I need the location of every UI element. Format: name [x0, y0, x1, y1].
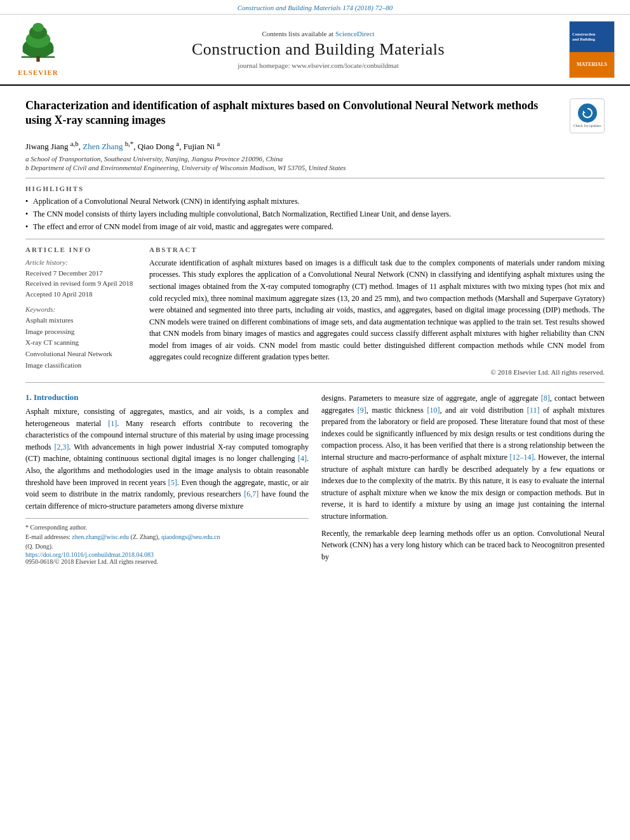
elsevier-tree-icon: [16, 23, 60, 67]
abstract-text: Accurate identification of asphalt mixtu…: [149, 257, 605, 363]
sciencedirect-link[interactable]: ScienceDirect: [335, 30, 375, 37]
cover-top: Constructionand Building: [570, 22, 614, 52]
issn-text: 0950-0618/© 2018 Elsevier Ltd. All right…: [25, 558, 309, 565]
cover-materials-text: MATERIALS: [577, 62, 607, 68]
email-2-name-note: (Q. Dong).: [25, 542, 309, 551]
ref-8[interactable]: [8]: [541, 394, 550, 403]
authors-text: Jiwang Jiang a,b, Zhen Zhang b,*, Qiao D…: [25, 142, 220, 151]
journal-title: Construction and Building Materials: [192, 40, 445, 59]
highlight-1: Application of a Convolutional Neural Ne…: [25, 196, 605, 207]
main-content: Characterization and identification of a…: [0, 86, 630, 580]
body-paragraph-1: Asphalt mixture, consisting of aggregate…: [25, 406, 309, 512]
journal-header: ELSEVIER Contents lists available at Sci…: [0, 15, 630, 86]
divider-3: [25, 382, 605, 383]
keywords-label: Keywords:: [25, 305, 137, 313]
check-for-updates-badge: Check for updates: [570, 98, 605, 133]
history-label: Article history:: [25, 258, 137, 266]
keyword-3: X-ray CT scanning: [25, 337, 137, 349]
journal-cover-area: Constructionand Building MATERIALS: [566, 21, 617, 78]
highlight-2: The CNN model consists of thirty layers …: [25, 209, 605, 220]
check-updates-label: Check for updates: [573, 124, 601, 128]
email-2-link[interactable]: qiaodongs@seu.edu.cn: [161, 533, 220, 540]
ref-5[interactable]: [5]: [168, 478, 177, 487]
history-accepted: Accepted 10 April 2018: [25, 289, 137, 300]
body-paragraph-2: designs. Parameters to measure size of a…: [321, 392, 605, 523]
section-1-heading: 1. Introduction: [25, 392, 309, 403]
divider-1: [25, 178, 605, 178]
contents-label: Contents lists available at: [262, 30, 333, 37]
journal-homepage: journal homepage: www.elsevier.com/locat…: [238, 62, 398, 69]
history-revised: Received in revised form 9 April 2018: [25, 278, 137, 289]
cover-bottom: MATERIALS: [570, 52, 614, 77]
journal-reference-bar: Construction and Building Materials 174 …: [0, 0, 630, 15]
ref-9[interactable]: [9]: [358, 406, 366, 415]
email-footnote: E-mail addresses: zhen.zhang@wisc.edu (Z…: [25, 532, 309, 542]
author1: Jiwang Jiang: [25, 142, 69, 151]
abstract-label: ABSTRACT: [149, 246, 605, 253]
body-col-left: 1. Introduction Asphalt mixture, consist…: [25, 392, 309, 568]
affiliation-a: a School of Transportation, Southeast Un…: [25, 155, 605, 163]
highlight-3: The effect and error of CNN model from i…: [25, 222, 605, 232]
highlights-label: HIGHLIGHTS: [25, 185, 605, 192]
cover-title-text: Constructionand Building: [572, 32, 612, 43]
author3: Qiao Dong: [138, 142, 174, 151]
email-1-link[interactable]: zhen.zhang@wisc.edu: [72, 533, 129, 540]
copyright-line: © 2018 Elsevier Ltd. All rights reserved…: [149, 368, 605, 376]
ref-11[interactable]: [11]: [527, 406, 540, 415]
article-info-column: ARTICLE INFO Article history: Received 7…: [25, 246, 137, 376]
article-title-section: Characterization and identification of a…: [25, 95, 605, 133]
author4: Fujian Ni: [184, 142, 215, 151]
info-abstract-section: ARTICLE INFO Article history: Received 7…: [25, 246, 605, 376]
ref-1[interactable]: [1]: [108, 419, 117, 428]
journal-info-center: Contents lists available at ScienceDirec…: [76, 21, 560, 78]
svg-point-4: [32, 23, 44, 32]
author3-affil: a: [176, 140, 179, 147]
refresh-icon: [582, 107, 593, 119]
body-col-right: designs. Parameters to measure size of a…: [321, 392, 605, 568]
email-label: E-mail addresses:: [25, 533, 70, 540]
author4-affil: a: [217, 140, 220, 147]
keyword-5: Image classification: [25, 360, 137, 371]
history-received: Received 7 December 2017: [25, 268, 137, 279]
elsevier-brand-text: ELSEVIER: [18, 69, 58, 76]
article-title: Characterization and identification of a…: [25, 98, 560, 128]
keyword-1: Asphalt mixtures: [25, 315, 137, 326]
highlights-section: HIGHLIGHTS Application of a Convolutiona…: [25, 185, 605, 232]
sciencedirect-line: Contents lists available at ScienceDirec…: [262, 30, 374, 37]
footnote-section: * Corresponding author. E-mail addresses…: [25, 518, 309, 565]
svg-marker-8: [583, 110, 586, 113]
doi-link[interactable]: https://doi.org/10.1016/j.conbuildmat.20…: [25, 551, 309, 558]
divider-2: [25, 239, 605, 239]
corresponding-author-note: * Corresponding author.: [25, 523, 309, 532]
abstract-column: ABSTRACT Accurate identification of asph…: [149, 246, 605, 376]
keyword-4: Convolutional Neural Network: [25, 349, 137, 360]
keyword-2: Image processing: [25, 326, 137, 338]
body-section: 1. Introduction Asphalt mixture, consist…: [25, 392, 605, 568]
authors-line: Jiwang Jiang a,b, Zhen Zhang b,*, Qiao D…: [25, 140, 605, 152]
body-paragraph-3: Recently, the remarkable deep learning m…: [321, 528, 605, 563]
elsevier-logo-area: ELSEVIER: [6, 21, 70, 78]
page: Construction and Building Materials 174 …: [0, 0, 630, 840]
journal-cover-image: Constructionand Building MATERIALS: [569, 21, 615, 78]
svg-point-6: [23, 48, 32, 55]
author2: Zhen Zhang: [83, 142, 123, 151]
article-info-label: ARTICLE INFO: [25, 246, 137, 253]
svg-rect-5: [36, 57, 39, 62]
svg-point-7: [45, 48, 54, 55]
ref-2-3[interactable]: [2,3]: [55, 443, 69, 451]
affiliation-b: b Department of Civil and Environmental …: [25, 164, 605, 171]
author2-affil: b,*: [125, 140, 134, 147]
author1-affil: a,b: [70, 140, 79, 147]
journal-ref-text: Construction and Building Materials 174 …: [238, 4, 392, 11]
ref-6-7[interactable]: [6,7]: [244, 490, 258, 498]
ref-10[interactable]: [10]: [427, 406, 439, 415]
elsevier-logo: ELSEVIER: [16, 23, 60, 76]
ref-4[interactable]: [4]: [298, 454, 307, 463]
ref-12-14[interactable]: [12–14]: [510, 453, 534, 462]
check-updates-icon: [578, 103, 597, 123]
